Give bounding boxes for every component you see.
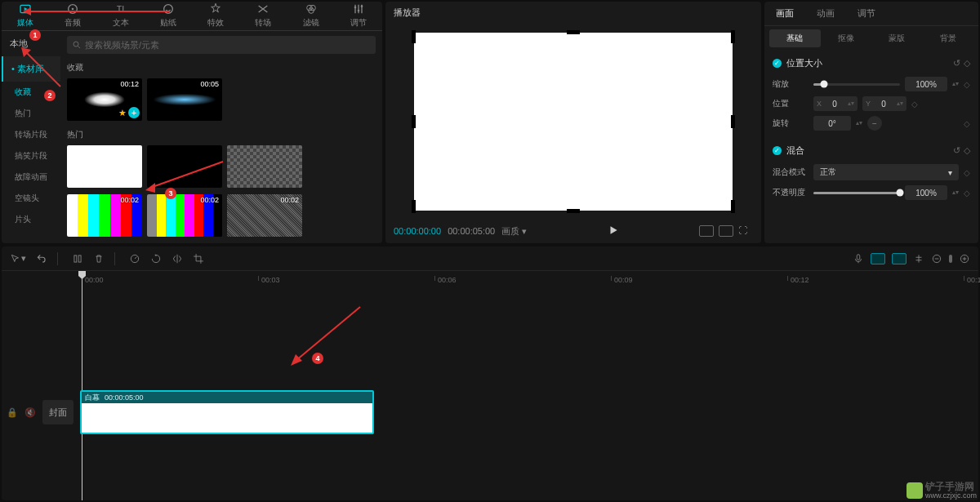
stepper-icon[interactable]: ▴▾ (952, 81, 959, 87)
speed-tool[interactable] (129, 253, 140, 264)
resize-handle[interactable] (731, 30, 735, 43)
side-empty-shot[interactable]: 空镜头 (2, 188, 60, 209)
rotate-tool[interactable] (150, 253, 162, 264)
opacity-label: 不透明度 (773, 187, 808, 198)
rotation-value[interactable]: 0° (813, 116, 851, 131)
track-toggle-1[interactable] (871, 253, 885, 264)
svg-rect-15 (74, 255, 77, 261)
inspector-tab-adjust[interactable]: 调节 (846, 2, 887, 25)
side-hot[interactable]: 热门 (2, 103, 60, 124)
media-thumb-white[interactable] (67, 145, 142, 188)
resize-handle[interactable] (567, 209, 580, 213)
zoom-in-button[interactable] (959, 253, 970, 264)
inspector-tab-anim[interactable]: 动画 (805, 2, 846, 25)
select-tool[interactable]: ▾ (10, 253, 26, 264)
side-funny-clips[interactable]: 搞笑片段 (2, 145, 60, 167)
resize-handle[interactable] (412, 115, 416, 128)
scale-value[interactable]: 100% (905, 77, 947, 91)
track-toggle-2[interactable] (892, 253, 906, 264)
resize-handle[interactable] (731, 115, 735, 128)
rotate-dial[interactable]: − (867, 116, 882, 131)
keyframe-icon[interactable]: ◇ (964, 119, 970, 128)
svg-marker-14 (610, 226, 617, 233)
keyframe-icon[interactable]: ◇ (964, 145, 970, 156)
play-button[interactable] (608, 224, 619, 238)
keyframe-icon[interactable]: ◇ (911, 100, 918, 109)
stepper-icon[interactable]: ▴▾ (952, 189, 959, 196)
search-input[interactable]: 搜索视频场景/元素 (67, 36, 376, 54)
zoom-slider[interactable] (949, 255, 952, 263)
keyframe-icon[interactable]: ◇ (964, 189, 970, 198)
resize-handle[interactable] (412, 200, 416, 213)
cover-button[interactable]: 封面 (42, 400, 74, 424)
tab-filter[interactable]: 滤镜 (287, 2, 335, 30)
mirror-tool[interactable] (172, 253, 183, 264)
transition-icon (256, 2, 270, 16)
side-library[interactable]: • 素材库 (2, 56, 60, 82)
reset-icon[interactable]: ↺ (953, 58, 960, 69)
keyframe-icon[interactable]: ◇ (964, 168, 970, 177)
tab-text[interactable]: TI 文本 (97, 2, 145, 30)
resize-handle[interactable] (731, 200, 735, 213)
crop-tool[interactable] (193, 253, 204, 264)
resize-handle[interactable] (567, 30, 580, 34)
check-icon[interactable]: ✓ (773, 59, 782, 68)
clip-duration: 00:00:05:00 (105, 393, 144, 402)
scale-slider[interactable] (813, 83, 900, 86)
resize-handle[interactable] (412, 30, 416, 43)
media-thumb-black[interactable] (147, 145, 222, 188)
timeline-clip[interactable]: 白幕 00:00:05:00 (80, 390, 374, 434)
opacity-slider[interactable] (813, 192, 900, 194)
timeline-ruler[interactable]: 00:00 00:03 00:06 00:09 00:12 00:15 (78, 271, 978, 289)
media-thumb-bars2[interactable]: 00:02 (147, 194, 222, 237)
pos-x-input[interactable]: X0▴▾ (813, 96, 858, 111)
tab-audio[interactable]: 音频 (49, 2, 96, 30)
subtab-basic[interactable]: 基础 (769, 29, 821, 47)
check-icon[interactable]: ✓ (773, 146, 782, 155)
compare-icon[interactable] (719, 225, 733, 237)
undo-button[interactable] (36, 253, 47, 264)
stepper-icon[interactable]: ▴▾ (856, 120, 862, 127)
tab-transition[interactable]: 转场 (239, 2, 287, 30)
keyframe-icon[interactable]: ◇ (964, 80, 970, 89)
timeline-tracks[interactable]: 白幕 00:00:05:00 (78, 289, 978, 500)
mute-icon[interactable]: 🔇 (24, 407, 36, 418)
ratio-icon[interactable] (699, 225, 714, 237)
subtab-bg[interactable]: 背景 (923, 29, 974, 47)
subtab-keying[interactable]: 抠像 (821, 29, 872, 47)
tab-media[interactable]: 媒体 (2, 2, 49, 30)
split-tool[interactable] (72, 253, 83, 264)
keyframe-icon[interactable]: ◇ (964, 58, 970, 69)
zoom-out-button[interactable] (931, 253, 942, 264)
align-tool[interactable] (913, 253, 924, 264)
delete-tool[interactable] (93, 253, 105, 264)
side-glitch[interactable]: 故障动画 (2, 167, 60, 188)
side-transition-clips[interactable]: 转场片段 (2, 124, 60, 145)
add-button[interactable]: + (128, 107, 140, 118)
svg-line-13 (78, 47, 81, 49)
media-thumb[interactable]: 00:12★+ (67, 78, 142, 121)
side-intro[interactable]: 片头 (2, 209, 60, 230)
fullscreen-icon[interactable]: ⛶ (738, 225, 753, 237)
tab-fx[interactable]: 特效 (192, 2, 239, 30)
reset-icon[interactable]: ↺ (953, 145, 960, 156)
inspector-tab-video[interactable]: 画面 (764, 2, 805, 25)
pos-y-input[interactable]: Y0▴▾ (862, 96, 906, 111)
mic-icon[interactable] (853, 253, 864, 264)
tab-adjust[interactable]: 调节 (335, 2, 382, 30)
svg-point-3 (72, 8, 74, 11)
lock-icon[interactable]: 🔒 (7, 407, 18, 418)
watermark-logo-icon (906, 482, 923, 499)
playhead[interactable] (82, 271, 82, 500)
quality-selector[interactable]: 画质 ▾ (501, 225, 527, 238)
opacity-value[interactable]: 100% (905, 185, 947, 200)
media-thumb[interactable]: 00:05 (147, 78, 222, 121)
player-canvas[interactable] (414, 33, 733, 211)
media-thumb-transparent[interactable] (227, 145, 302, 188)
blend-mode-select[interactable]: 正常▾ (813, 164, 959, 180)
tab-sticker[interactable]: 贴纸 (145, 2, 192, 30)
media-thumb-noise[interactable]: 00:02 (227, 194, 302, 237)
main-tabs: 媒体 音频 TI 文本 贴纸 特效 转场 (2, 2, 382, 31)
subtab-mask[interactable]: 蒙版 (871, 29, 923, 47)
media-thumb-bars[interactable]: 00:02 (67, 194, 142, 237)
